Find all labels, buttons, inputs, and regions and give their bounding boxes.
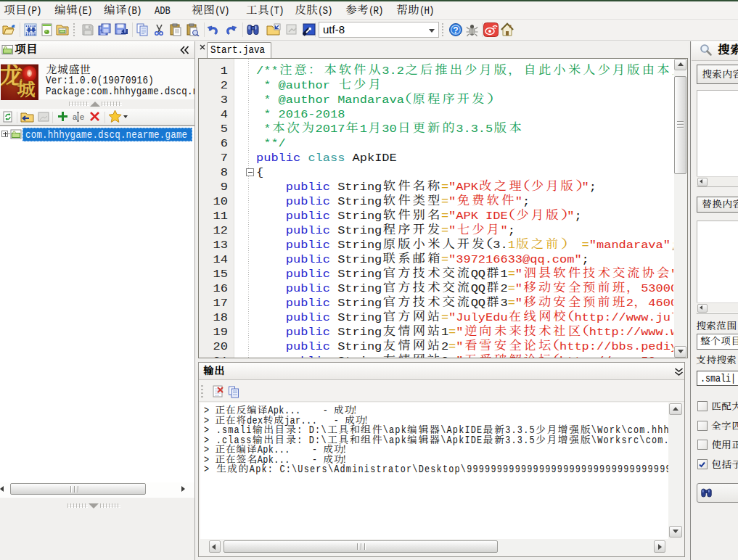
- svg-text:a: a: [73, 112, 78, 121]
- svg-text:e: e: [80, 112, 84, 121]
- svg-text:?: ?: [453, 25, 458, 36]
